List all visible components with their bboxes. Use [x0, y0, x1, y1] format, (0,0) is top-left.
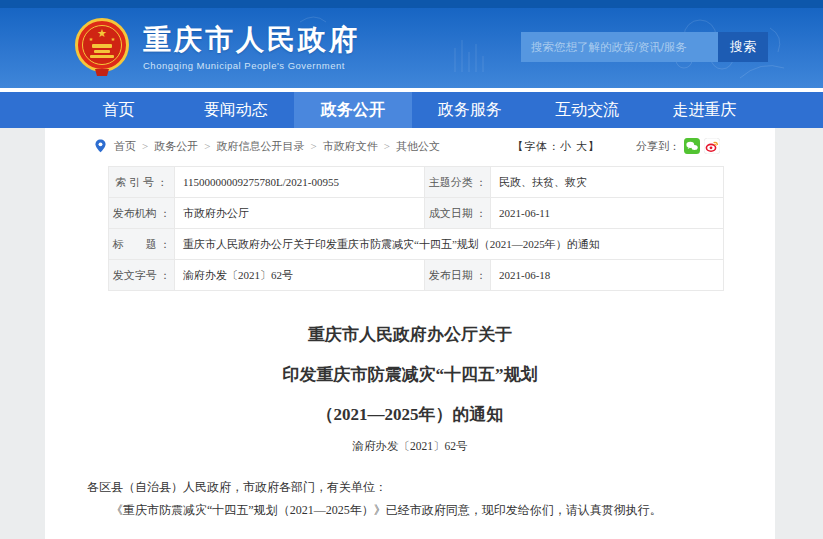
- doc-number-value: 渝府办发〔2021〕62号: [175, 260, 425, 291]
- title-value: 重庆市人民政府办公厅关于印发重庆市防震减灾“十四五”规划（2021—2025年）…: [175, 229, 724, 260]
- index-number-label: 索 引 号 ：: [109, 167, 175, 198]
- breadcrumb-item-city-docs[interactable]: 市政府文件: [323, 139, 378, 154]
- topic-value: 民政、扶贫、救灾: [491, 167, 724, 198]
- salutation: 各区县（自治县）人民政府，市政府各部门，有关单位：: [87, 476, 733, 499]
- topic-label: 主题分类 ：: [425, 167, 491, 198]
- site-subtitle: Chongqing Municipal People's Government: [143, 60, 360, 71]
- brand: ★ ★ ★ 重庆市人民政府 Chongqing Municipal People…: [75, 18, 360, 76]
- share-label: 分享到：: [636, 139, 680, 154]
- table-row: 标 题 ： 重庆市人民政府办公厅关于印发重庆市防震减灾“十四五”规划（2021—…: [109, 229, 724, 260]
- breadcrumb: 首页 > 政务公开 > 政府信息公开目录 > 市政府文件 > 其他公文: [95, 139, 440, 154]
- document-title: 重庆市人民政府办公厅关于 印发重庆市防震减灾“十四五”规划 （2021—2025…: [87, 315, 733, 435]
- main-nav: 首页 要闻动态 政务公开 政务服务 互动交流 走进重庆: [0, 92, 823, 128]
- font-label-close: 】: [588, 140, 600, 152]
- breadcrumb-row: 首页 > 政务公开 > 政府信息公开目录 > 市政府文件 > 其他公文 【字体：…: [45, 128, 775, 160]
- written-date-label: 成文日期 ：: [425, 198, 491, 229]
- svg-text:★: ★: [89, 36, 94, 42]
- font-size-control: 【字体：小 大】: [512, 139, 600, 154]
- breadcrumb-item-other-docs[interactable]: 其他公文: [396, 139, 440, 154]
- issuer-label: 发布机构 ：: [109, 198, 175, 229]
- national-emblem-icon: ★ ★ ★: [75, 18, 129, 76]
- search-button[interactable]: 搜索: [718, 32, 768, 62]
- svg-text:★: ★: [111, 36, 116, 42]
- breadcrumb-item-disclosure[interactable]: 政务公开: [154, 139, 198, 154]
- svg-text:★: ★: [97, 27, 107, 39]
- page-tools: 【字体：小 大】 分享到：: [512, 138, 720, 154]
- nav-item-about-chongqing[interactable]: 走进重庆: [646, 92, 763, 128]
- search-bar: 搜索: [521, 32, 768, 62]
- font-smaller-button[interactable]: 小: [560, 140, 572, 152]
- weibo-share-icon[interactable]: [704, 138, 720, 154]
- nav-item-news[interactable]: 要闻动态: [177, 92, 294, 128]
- issuer-value: 市政府办公厅: [175, 198, 425, 229]
- publish-date-label: 发布日期 ：: [425, 260, 491, 291]
- breadcrumb-separator: >: [384, 140, 390, 152]
- title-label: 标 题 ：: [109, 229, 175, 260]
- table-row: 发布机构 ： 市政府办公厅 成文日期 ： 2021-06-11: [109, 198, 724, 229]
- site-title: 重庆市人民政府: [143, 24, 360, 56]
- document-title-line3: （2021—2025年）的通知: [87, 395, 733, 435]
- publish-date-value: 2021-06-18: [491, 260, 724, 291]
- content-card: 首页 > 政务公开 > 政府信息公开目录 > 市政府文件 > 其他公文 【字体：…: [45, 128, 775, 539]
- document-title-line1: 重庆市人民政府办公厅关于: [87, 315, 733, 355]
- breadcrumb-item-directory[interactable]: 政府信息公开目录: [216, 139, 304, 154]
- nav-item-gov-services[interactable]: 政务服务: [412, 92, 529, 128]
- document-meta-table: 索 引 号 ： 11500000009275780L/2021-00955 主题…: [108, 166, 724, 291]
- location-pin-icon: [95, 139, 106, 153]
- body-paragraph: 《重庆市防震减灾“十四五”规划（2021—2025年）》已经市政府同意，现印发给…: [87, 499, 733, 522]
- nav-item-home[interactable]: 首页: [60, 92, 177, 128]
- document-title-line2: 印发重庆市防震减灾“十四五”规划: [87, 355, 733, 395]
- table-row: 索 引 号 ： 11500000009275780L/2021-00955 主题…: [109, 167, 724, 198]
- doc-number-label: 发文字号 ：: [109, 260, 175, 291]
- table-row: 发文字号 ： 渝府办发〔2021〕62号 发布日期 ： 2021-06-18: [109, 260, 724, 291]
- font-larger-button[interactable]: 大: [576, 140, 588, 152]
- breadcrumb-separator: >: [142, 140, 148, 152]
- written-date-value: 2021-06-11: [491, 198, 724, 229]
- breadcrumb-item-home[interactable]: 首页: [114, 139, 136, 154]
- document-number: 渝府办发〔2021〕62号: [87, 439, 733, 454]
- site-header: ★ ★ ★ 重庆市人民政府 Chongqing Municipal People…: [0, 8, 823, 88]
- font-label: 【字体：: [512, 140, 560, 152]
- breadcrumb-separator: >: [310, 140, 316, 152]
- nav-item-interaction[interactable]: 互动交流: [529, 92, 646, 128]
- index-number-value: 11500000009275780L/2021-00955: [175, 167, 425, 198]
- search-input[interactable]: [521, 32, 718, 62]
- breadcrumb-separator: >: [204, 140, 210, 152]
- top-strip: [0, 0, 823, 8]
- document-content: 重庆市人民政府办公厅关于 印发重庆市防震减灾“十四五”规划 （2021—2025…: [45, 315, 775, 539]
- wechat-share-icon[interactable]: [684, 138, 700, 154]
- nav-item-gov-disclosure[interactable]: 政务公开: [294, 92, 411, 128]
